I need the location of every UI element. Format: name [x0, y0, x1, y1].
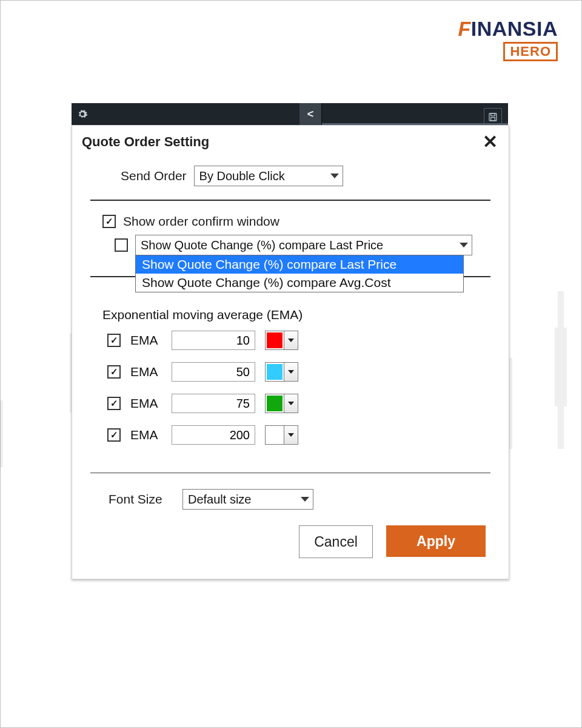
quote-change-option-0[interactable]: Show Quote Change (%) compare Last Price [136, 255, 463, 274]
ema-color-1[interactable] [265, 362, 298, 382]
ema-label-1: EMA [130, 365, 162, 379]
color-swatch [266, 426, 284, 444]
dialog-title: Quote Order Setting [82, 134, 483, 150]
send-order-label: Send Order [121, 169, 187, 183]
show-confirm-label: Show order confirm window [123, 214, 279, 229]
color-swatch [266, 331, 284, 349]
gear-icon[interactable] [72, 103, 93, 125]
svg-rect-2 [491, 118, 495, 121]
ema-value-1[interactable] [172, 362, 255, 382]
brand-f: F [458, 17, 470, 40]
ema-value-0[interactable] [172, 331, 255, 350]
chevron-down-icon [330, 174, 339, 178]
font-size-value: Default size [188, 493, 295, 507]
ema-row-0: ✓ EMA [107, 331, 484, 350]
ema-color-3[interactable] [265, 425, 298, 445]
quote-change-option-1[interactable]: Show Quote Change (%) compare Avg.Cost [136, 274, 463, 292]
chevron-down-icon[interactable] [284, 331, 298, 349]
ema-heading: Exponential moving average (EMA) [102, 308, 484, 322]
chevron-down-icon[interactable] [284, 426, 298, 444]
chevron-down-icon[interactable] [284, 363, 298, 381]
ema-checkbox-1[interactable]: ✓ [107, 365, 121, 379]
ema-label-2: EMA [130, 396, 162, 411]
send-order-value: By Double Click [199, 169, 324, 183]
ema-label-0: EMA [130, 333, 162, 348]
chevron-down-icon [301, 497, 309, 502]
ema-row-2: ✓ EMA [107, 394, 484, 413]
chevron-down-icon[interactable] [284, 394, 298, 413]
quote-change-checkbox[interactable]: ✓ [115, 238, 128, 252]
ema-checkbox-3[interactable]: ✓ [107, 428, 121, 442]
brand-logo: FINANSIA HERO [458, 17, 558, 61]
send-order-select[interactable]: By Double Click [194, 166, 343, 186]
ema-value-3[interactable] [172, 425, 255, 445]
close-icon[interactable]: ✕ [483, 136, 498, 148]
ema-row-1: ✓ EMA [107, 362, 484, 382]
ema-checkbox-0[interactable]: ✓ [107, 334, 121, 347]
chevron-down-icon [460, 243, 468, 248]
ema-checkbox-2[interactable]: ✓ [107, 397, 121, 410]
font-size-select[interactable]: Default size [182, 489, 313, 510]
quote-order-setting-dialog: Quote Order Setting ✕ Send Order By Doub… [72, 125, 509, 579]
ema-row-3: ✓ EMA [107, 425, 484, 445]
font-size-label: Font Size [109, 492, 175, 507]
svg-rect-1 [491, 113, 495, 116]
apply-button[interactable]: Apply [386, 525, 486, 557]
show-confirm-checkbox[interactable]: ✓ [102, 215, 116, 228]
ema-value-2[interactable] [172, 394, 255, 413]
window-toolbar: < [72, 103, 508, 125]
divider [90, 473, 490, 473]
brand-rest: INANSIA [471, 17, 558, 40]
ema-color-2[interactable] [265, 394, 298, 413]
brand-hero: HERO [503, 42, 558, 61]
color-swatch [266, 363, 284, 381]
save-icon[interactable] [484, 108, 502, 126]
ema-label-3: EMA [130, 428, 162, 442]
ema-color-0[interactable] [265, 331, 298, 350]
divider [90, 200, 490, 201]
quote-change-select[interactable]: Show Quote Change (%) compare Last Price [135, 235, 472, 255]
quote-change-value: Show Quote Change (%) compare Last Price [141, 238, 453, 252]
cancel-button[interactable]: Cancel [299, 525, 373, 558]
quote-change-dropdown-panel: Show Quote Change (%) compare Last Price… [135, 255, 464, 292]
color-swatch [266, 394, 284, 413]
collapse-tab[interactable]: < [299, 103, 321, 125]
